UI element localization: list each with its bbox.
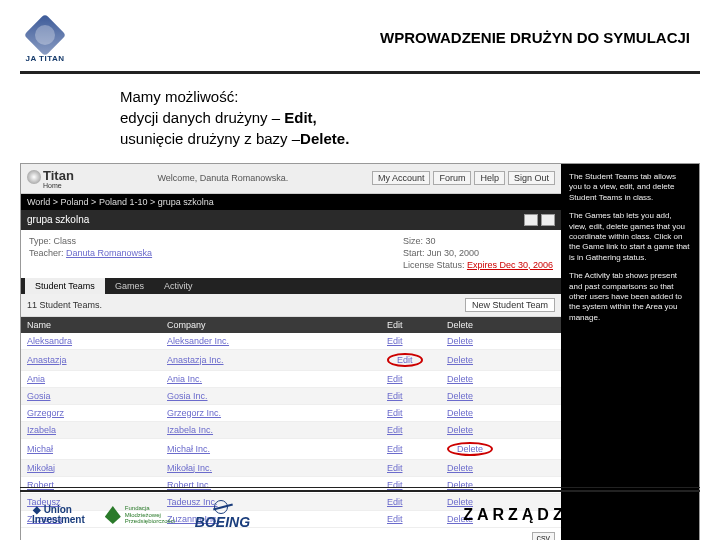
company-link[interactable]: Izabela Inc. xyxy=(167,425,213,435)
table-row: GosiaGosia Inc.EditDelete xyxy=(21,388,561,405)
welcome-text: Welcome, Danuta Romanowska. xyxy=(74,173,372,183)
col-company: Company xyxy=(161,317,381,333)
breadcrumb[interactable]: World > Poland > Poland 1-10 > grupa szk… xyxy=(21,194,561,210)
tab-activity[interactable]: Activity xyxy=(154,278,203,294)
edit-link[interactable]: Edit xyxy=(387,444,403,454)
delete-link[interactable]: Delete xyxy=(447,355,473,365)
col-edit: Edit xyxy=(381,317,441,333)
delete-link[interactable]: Delete xyxy=(447,374,473,384)
table-row: MichałMichał Inc.EditDelete xyxy=(21,439,561,460)
slide-title: WPROWADZENIE DRUŻYN DO SYMULACJI xyxy=(90,29,700,46)
table-row: IzabelaIzabela Inc.EditDelete xyxy=(21,422,561,439)
bullet-text: Mamy możliwość: edycji danych drużyny – … xyxy=(120,86,720,149)
edit-link[interactable]: Edit xyxy=(387,391,403,401)
edit-link[interactable]: Edit xyxy=(387,336,403,346)
table-row: AnastazjaAnastazja Inc.EditDelete xyxy=(21,350,561,371)
sign-out-button[interactable]: Sign Out xyxy=(508,171,555,185)
boeing-logo: BOEING xyxy=(195,500,250,530)
table-row: GrzegorzGrzegorz Inc.EditDelete xyxy=(21,405,561,422)
company-link[interactable]: Gosia Inc. xyxy=(167,391,208,401)
delete-link[interactable]: Delete xyxy=(447,463,473,473)
delete-link[interactable]: Delete xyxy=(447,444,493,454)
delete-link[interactable]: Delete xyxy=(447,391,473,401)
fundacja-logo: Fundacja Młodzieżowej Przedsiębiorczości xyxy=(105,505,175,525)
company-link[interactable]: Grzegorz Inc. xyxy=(167,408,221,418)
company-link[interactable]: Michał Inc. xyxy=(167,444,210,454)
new-student-team-button[interactable]: New Student Team xyxy=(465,298,555,312)
help-button[interactable]: Help xyxy=(474,171,505,185)
edit-section-icon[interactable] xyxy=(524,214,538,226)
col-name: Name xyxy=(21,317,161,333)
license-status: Expires Dec 30, 2006 xyxy=(467,260,553,270)
edit-link[interactable]: Edit xyxy=(387,425,403,435)
csv-export[interactable]: csv xyxy=(532,532,556,540)
union-investment-logo: ◆ Union Investment xyxy=(20,505,85,525)
delete-link[interactable]: Delete xyxy=(447,336,473,346)
company-link[interactable]: Ania Inc. xyxy=(167,374,202,384)
team-name-link[interactable]: Grzegorz xyxy=(27,408,64,418)
company-link[interactable]: Aleksander Inc. xyxy=(167,336,229,346)
edit-link[interactable]: Edit xyxy=(387,374,403,384)
ja-titan-logo: JA TITAN xyxy=(20,20,70,65)
team-name-link[interactable]: Ania xyxy=(27,374,45,384)
section-title: grupa szkolna xyxy=(27,214,89,225)
my-account-button[interactable]: My Account xyxy=(372,171,431,185)
delete-section-icon[interactable] xyxy=(541,214,555,226)
help-paragraph: The Student Teams tab allows you to a vi… xyxy=(569,172,691,203)
team-name-link[interactable]: Anastazja xyxy=(27,355,67,365)
tab-games[interactable]: Games xyxy=(105,278,154,294)
team-name-link[interactable]: Mikołaj xyxy=(27,463,55,473)
team-name-link[interactable]: Aleksandra xyxy=(27,336,72,346)
footer-title: ZARZĄDZANIE FIRMĄ xyxy=(463,506,700,524)
app-window: Titan Home Welcome, Danuta Romanowska. M… xyxy=(20,163,700,540)
team-name-link[interactable]: Izabela xyxy=(27,425,56,435)
table-row: AleksandraAleksander Inc.EditDelete xyxy=(21,333,561,350)
titan-logo: Titan Home xyxy=(27,168,74,189)
forum-button[interactable]: Forum xyxy=(433,171,471,185)
edit-link[interactable]: Edit xyxy=(387,355,423,365)
edit-link[interactable]: Edit xyxy=(387,408,403,418)
teams-count: 11 Student Teams. xyxy=(27,300,102,310)
team-name-link[interactable]: Michał xyxy=(27,444,53,454)
edit-link[interactable]: Edit xyxy=(387,463,403,473)
delete-link[interactable]: Delete xyxy=(447,425,473,435)
company-link[interactable]: Anastazja Inc. xyxy=(167,355,224,365)
team-name-link[interactable]: Gosia xyxy=(27,391,51,401)
help-paragraph: The Games tab lets you add, view, edit, … xyxy=(569,211,691,263)
table-row: MikołajMikołaj Inc.EditDelete xyxy=(21,460,561,477)
teacher-link[interactable]: Danuta Romanowska xyxy=(66,248,152,258)
col-delete: Delete xyxy=(441,317,501,333)
tab-student-teams[interactable]: Student Teams xyxy=(25,278,105,294)
help-paragraph: The Activity tab shows present and past … xyxy=(569,271,691,323)
company-link[interactable]: Mikołaj Inc. xyxy=(167,463,212,473)
delete-link[interactable]: Delete xyxy=(447,408,473,418)
table-row: AniaAnia Inc.EditDelete xyxy=(21,371,561,388)
